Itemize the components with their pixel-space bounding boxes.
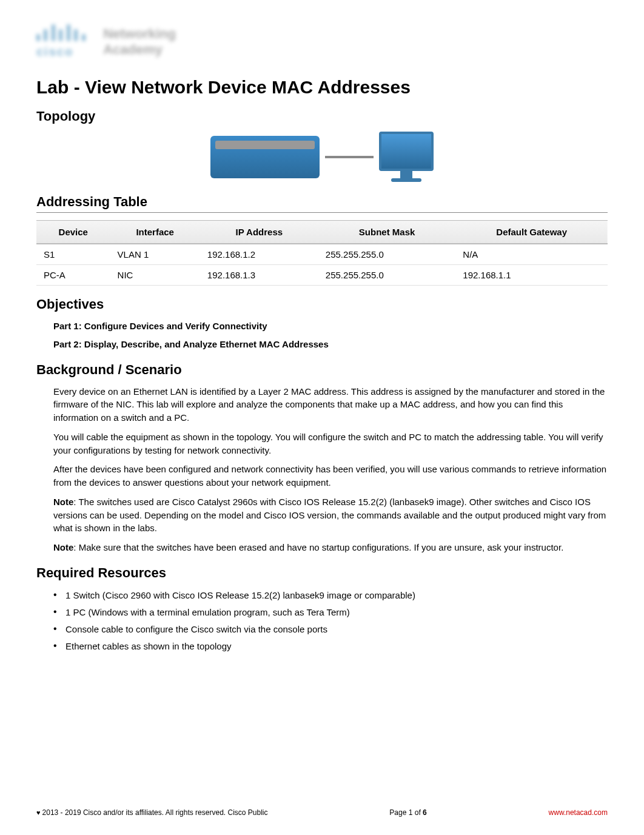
logo-text-line2: Academy bbox=[103, 42, 176, 58]
note-label: Note bbox=[53, 542, 73, 552]
logo-container: cisco Networking Academy bbox=[36, 24, 608, 59]
background-para-2: You will cable the equipment as shown in… bbox=[53, 431, 608, 457]
pc-device-icon bbox=[379, 132, 434, 182]
resources-list: 1 Switch (Cisco 2960 with Cisco IOS Rele… bbox=[53, 588, 608, 654]
page-total: 6 bbox=[423, 808, 427, 817]
note-label: Note bbox=[53, 497, 73, 507]
cell-interface: VLAN 1 bbox=[110, 244, 200, 265]
footer-page: Page 1 of 6 bbox=[389, 808, 426, 817]
col-gateway: Default Gateway bbox=[455, 221, 608, 244]
cell-device: PC-A bbox=[36, 265, 110, 286]
list-item: 1 Switch (Cisco 2960 with Cisco IOS Rele… bbox=[53, 588, 608, 603]
cell-gateway: 192.168.1.1 bbox=[455, 265, 608, 286]
footer-copyright: ♥ 2013 - 2019 Cisco and/or its affiliate… bbox=[36, 808, 268, 817]
list-item: Ethernet cables as shown in the topology bbox=[53, 639, 608, 654]
cell-mask: 255.255.255.0 bbox=[318, 265, 456, 286]
cisco-logo: cisco bbox=[36, 24, 92, 59]
col-ip: IP Address bbox=[200, 221, 318, 244]
background-para-3: After the devices have been configured a… bbox=[53, 463, 608, 489]
cell-ip: 192.168.1.3 bbox=[200, 265, 318, 286]
list-item: 1 PC (Windows with a terminal emulation … bbox=[53, 605, 608, 620]
copyright-text: 2013 - 2019 Cisco and/or its affiliates.… bbox=[42, 808, 268, 817]
switch-device-icon bbox=[210, 136, 320, 178]
topology-diagram bbox=[36, 132, 608, 182]
heart-icon: ♥ bbox=[36, 809, 41, 816]
table-row: S1 VLAN 1 192.168.1.2 255.255.255.0 N/A bbox=[36, 244, 608, 265]
cisco-bars-icon bbox=[36, 24, 87, 44]
background-note-2: Note: Make sure that the switches have b… bbox=[53, 541, 608, 554]
note-text: : Make sure that the switches have been … bbox=[73, 542, 563, 552]
cell-interface: NIC bbox=[110, 265, 200, 286]
ethernet-cable-icon bbox=[325, 156, 374, 158]
background-para-1: Every device on an Ethernet LAN is ident… bbox=[53, 385, 608, 424]
col-interface: Interface bbox=[110, 221, 200, 244]
footer-link[interactable]: www.netacad.com bbox=[549, 808, 608, 817]
part2-heading: Part 2: Display, Describe, and Analyze E… bbox=[53, 338, 608, 351]
topology-heading: Topology bbox=[36, 109, 608, 124]
background-heading: Background / Scenario bbox=[36, 362, 608, 378]
background-note-1: Note: The switches used are Cisco Cataly… bbox=[53, 495, 608, 535]
cell-device: S1 bbox=[36, 244, 110, 265]
addressing-heading: Addressing Table bbox=[36, 194, 608, 213]
part1-heading: Part 1: Configure Devices and Verify Con… bbox=[53, 320, 608, 333]
cisco-brand-text: cisco bbox=[36, 45, 92, 59]
note-text: : The switches used are Cisco Catalyst 2… bbox=[53, 497, 606, 534]
col-device: Device bbox=[36, 221, 110, 244]
background-content: Every device on an Ethernet LAN is ident… bbox=[53, 385, 608, 554]
objectives-heading: Objectives bbox=[36, 297, 608, 312]
cell-mask: 255.255.255.0 bbox=[318, 244, 456, 265]
logo-text-line1: Networking bbox=[103, 26, 176, 42]
list-item: Console cable to configure the Cisco swi… bbox=[53, 622, 608, 637]
cell-ip: 192.168.1.2 bbox=[200, 244, 318, 265]
table-header-row: Device Interface IP Address Subnet Mask … bbox=[36, 221, 608, 244]
page-title: Lab - View Network Device MAC Addresses bbox=[36, 77, 608, 98]
cell-gateway: N/A bbox=[455, 244, 608, 265]
page-label: Page 1 of bbox=[389, 808, 423, 817]
objectives-content: Part 1: Configure Devices and Verify Con… bbox=[53, 320, 608, 351]
resources-heading: Required Resources bbox=[36, 565, 608, 581]
logo-text: Networking Academy bbox=[103, 26, 176, 58]
table-row: PC-A NIC 192.168.1.3 255.255.255.0 192.1… bbox=[36, 265, 608, 286]
addressing-table: Device Interface IP Address Subnet Mask … bbox=[36, 220, 608, 286]
col-mask: Subnet Mask bbox=[318, 221, 456, 244]
footer: ♥ 2013 - 2019 Cisco and/or its affiliate… bbox=[36, 808, 608, 817]
